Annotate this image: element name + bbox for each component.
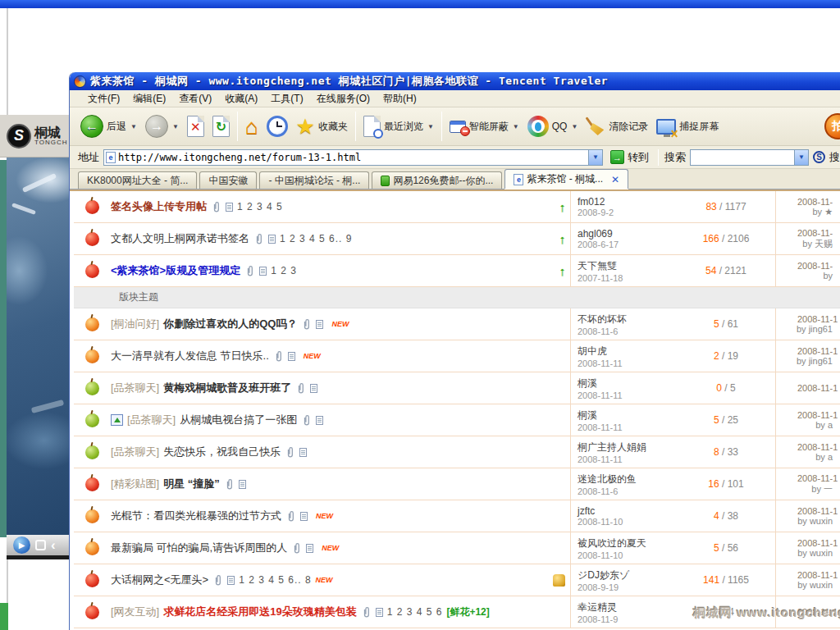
- menu-item[interactable]: 在线服务(O): [310, 90, 377, 107]
- clear-history-button[interactable]: 清除记录: [582, 116, 652, 137]
- thread-title-link[interactable]: 你删除过喜欢的人的QQ吗？: [163, 317, 297, 331]
- lastpost-author[interactable]: by jing61: [779, 356, 840, 366]
- browser-tab[interactable]: e 网易126免费邮--你的...: [372, 171, 502, 189]
- thread-author[interactable]: 桐广主持人娟娟: [578, 441, 677, 454]
- thread-author[interactable]: 幸运精灵: [578, 600, 677, 614]
- home-button[interactable]: ⌂: [241, 116, 262, 137]
- page-numbers[interactable]: 1 2 3 4 5 6.. 9: [280, 233, 352, 244]
- browser-tab[interactable]: e - 中国桐城论坛 - 桐...: [259, 171, 369, 189]
- thread-author[interactable]: jzftc: [578, 505, 677, 517]
- menu-item[interactable]: 文件(F): [81, 90, 126, 107]
- snap-button[interactable]: 拍: [824, 113, 840, 139]
- thread-author[interactable]: ジDJ妙东ゾ: [578, 568, 677, 582]
- address-dropdown-icon[interactable]: ▼: [589, 149, 603, 166]
- thread-category[interactable]: [品茶聊天]: [127, 413, 176, 427]
- filter-dropdown-icon[interactable]: ▼: [513, 123, 519, 130]
- thread-author[interactable]: 迷途北极的鱼: [578, 472, 677, 486]
- thread-title-link[interactable]: 文都人文明上桐网承诺书签名: [111, 231, 249, 246]
- thread-title-link[interactable]: 失恋快乐，祝我自己快乐: [163, 445, 281, 459]
- page-numbers[interactable]: 1 2 3 4 5: [237, 201, 283, 212]
- thread-category[interactable]: [品茶聊天]: [111, 445, 159, 459]
- thread-pagination[interactable]: [306, 544, 317, 553]
- thread-author[interactable]: ahgl069: [578, 228, 677, 240]
- lastpost-author[interactable]: by: [779, 271, 840, 281]
- close-icon[interactable]: ✕: [611, 174, 619, 185]
- thread-author[interactable]: fm012: [578, 196, 677, 208]
- thread-title-link[interactable]: 求鲜花店名经采用即送19朵玫瑰精美包装: [163, 605, 356, 619]
- capture-screen-button[interactable]: 捕捉屏幕: [652, 119, 723, 135]
- menu-item[interactable]: 收藏(A): [218, 90, 264, 107]
- previous-icon[interactable]: ‹: [51, 538, 56, 552]
- thread-pagination[interactable]: 1 2 3 4 5: [226, 201, 283, 212]
- thread-author[interactable]: 被风吹过的夏天: [578, 536, 677, 550]
- thread-category[interactable]: [品茶聊天]: [111, 381, 159, 395]
- thread-pagination[interactable]: [316, 320, 327, 329]
- window-titlebar[interactable]: 紫来茶馆 - 桐城网 - www.itongcheng.net 桐城社区门户|桐…: [70, 72, 840, 90]
- thread-pagination[interactable]: [288, 352, 299, 361]
- thread-pagination[interactable]: [316, 416, 327, 425]
- thread-title-link[interactable]: 大话桐网之<无厘头>: [111, 573, 208, 587]
- browser-tab[interactable]: e 中国安徽: [199, 171, 257, 189]
- favorites-button[interactable]: ★ 收藏夹: [292, 116, 352, 137]
- lastpost-author[interactable]: by 一: [779, 483, 840, 495]
- thread-title-link[interactable]: 从桐城电视台搞了一张图: [180, 413, 297, 427]
- thread-category[interactable]: [网友互动]: [111, 605, 159, 619]
- lastpost-author[interactable]: by a: [779, 420, 840, 430]
- sogou-icon[interactable]: S: [813, 151, 825, 163]
- address-input[interactable]: e http://www.itongcheng.net/forum-13-1.h…: [103, 149, 589, 166]
- forward-button[interactable]: → ▼: [141, 115, 183, 138]
- thread-pagination[interactable]: 1 2 3 4 5 6: [376, 606, 443, 618]
- menu-item[interactable]: 帮助(H): [377, 90, 423, 107]
- stop-icon[interactable]: [35, 540, 46, 550]
- page-numbers[interactable]: 1 2 3 4 5 6.. 8: [239, 574, 311, 586]
- search-engine-label[interactable]: 搜: [829, 150, 840, 165]
- refresh-button[interactable]: ↻: [208, 116, 234, 137]
- thread-author[interactable]: 桐溪: [578, 377, 677, 390]
- lastpost-author[interactable]: by 天赐: [779, 238, 840, 250]
- thread-title-link[interactable]: 大一清早就有人发信息 节日快乐..: [111, 349, 269, 363]
- thread-title-link[interactable]: <紫来茶馆>版规及管理规定: [111, 263, 240, 278]
- thread-author[interactable]: 不坏的坏坏: [578, 313, 677, 326]
- stop-button[interactable]: ✕: [183, 116, 208, 137]
- thread-pagination[interactable]: [300, 512, 312, 521]
- lastpost-author[interactable]: by wuxin: [779, 580, 840, 590]
- menu-item[interactable]: 工具(T): [264, 90, 309, 107]
- lastpost-author[interactable]: by wuxin: [779, 516, 840, 526]
- thread-title-link[interactable]: 明星 “撞脸”: [163, 477, 220, 491]
- page-numbers[interactable]: 1 2 3: [271, 265, 297, 276]
- history-button[interactable]: [262, 116, 292, 137]
- thread-pagination[interactable]: [239, 480, 250, 489]
- qq-dropdown-icon[interactable]: ▼: [571, 123, 578, 130]
- qq-button[interactable]: QQ ▼: [523, 116, 582, 137]
- address-url[interactable]: http://www.itongcheng.net/forum-13-1.htm…: [118, 152, 361, 163]
- thread-pagination[interactable]: 1 2 3 4 5 6.. 9: [268, 233, 352, 244]
- browser-tab[interactable]: e 紫来茶馆 - 桐城... ✕: [504, 169, 628, 189]
- thread-title-link[interactable]: 光棍节：看四类光棍暴强的过节方式: [111, 509, 281, 523]
- page-numbers[interactable]: 1 2 3 4 5 6: [387, 606, 443, 618]
- thread-author[interactable]: 天下無雙: [578, 259, 677, 273]
- recent-dropdown-icon[interactable]: ▼: [427, 123, 434, 130]
- thread-pagination[interactable]: 1 2 3 4 5 6.. 8: [227, 574, 311, 586]
- back-dropdown-icon[interactable]: ▼: [130, 123, 137, 130]
- thread-title-link[interactable]: 签名头像上传专用帖: [111, 199, 207, 214]
- thread-title-link[interactable]: 黄梅戏桐城歌普及班开班了: [163, 381, 291, 395]
- ad-filter-button[interactable]: 智能屏蔽 ▼: [445, 120, 523, 134]
- thread-pagination[interactable]: [299, 448, 311, 457]
- menu-item[interactable]: 查看(V): [172, 90, 218, 107]
- thread-category[interactable]: [桐油问好]: [111, 317, 159, 331]
- menu-item[interactable]: 编辑(E): [126, 90, 172, 107]
- thread-author[interactable]: 桐溪: [578, 409, 677, 422]
- go-button[interactable]: → 转到: [607, 150, 652, 165]
- lastpost-author[interactable]: by a: [779, 452, 840, 462]
- back-button[interactable]: ← 后退 ▼: [76, 115, 141, 138]
- play-icon[interactable]: ▶: [13, 536, 30, 554]
- browser-tab[interactable]: e KK8000网址大全 - 简...: [78, 171, 197, 189]
- thread-pagination[interactable]: [310, 384, 322, 393]
- lastpost-author[interactable]: by jing61: [779, 324, 840, 334]
- recent-button[interactable]: 最近浏览 ▼: [359, 116, 438, 137]
- thread-title-link[interactable]: 最新骗局 可怕的骗局,请告诉周围的人: [111, 541, 287, 555]
- search-input[interactable]: [690, 149, 795, 166]
- thread-pagination[interactable]: 1 2 3: [259, 265, 297, 276]
- thread-category[interactable]: [精彩贴图]: [111, 477, 159, 491]
- forward-dropdown-icon[interactable]: ▼: [172, 123, 179, 130]
